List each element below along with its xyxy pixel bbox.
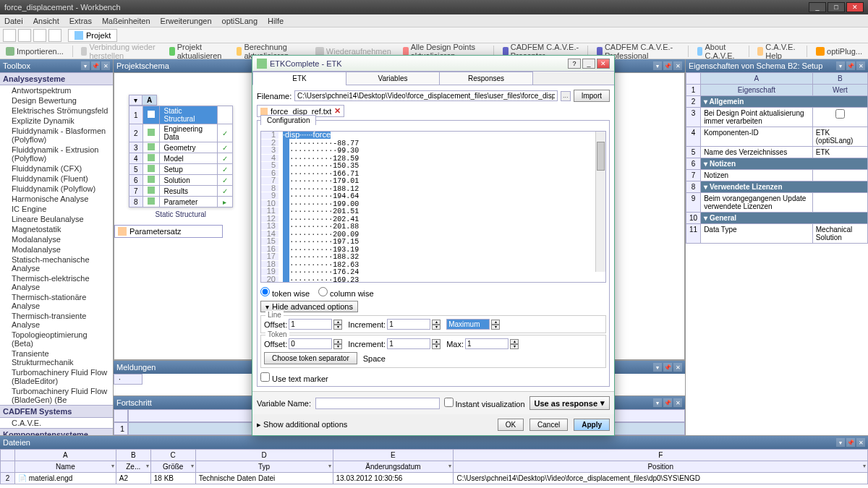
schema-row[interactable]: 3Geometry✓ [129, 142, 233, 153]
toolbox-item[interactable]: Modalanalyse [0, 234, 113, 244]
menu-datei[interactable]: Datei [4, 17, 23, 25]
apply-button[interactable]: Apply [574, 419, 610, 431]
use-as-response-dropdown[interactable]: Use as response ▾ [529, 396, 610, 410]
schema-row[interactable]: 6Solution✓ [129, 175, 233, 186]
schema-row[interactable]: 8Parameter▸ [129, 197, 233, 207]
parameterset-node[interactable]: Parametersatz [114, 225, 223, 238]
pin2-icon[interactable]: 📌 [91, 61, 100, 70]
schema-node-static-structural[interactable]: ▾A 1Static Structural2Engineering Data✓3… [129, 95, 233, 218]
about-cave-button[interactable]: About C.A.V.E. [694, 43, 743, 60]
tab-responses[interactable]: Responses [439, 72, 533, 85]
schema-row[interactable]: 2Engineering Data✓ [129, 124, 233, 142]
schema-row[interactable]: 7Results✓ [129, 186, 233, 197]
schema-row[interactable]: 4Model✓ [129, 153, 233, 164]
menu-hilfe[interactable]: Hilfe [268, 17, 284, 25]
toolbox-item[interactable]: Thermisch-elektrische Analyse [0, 273, 113, 292]
toolbox-item[interactable]: Turbomachinery Fluid Flow (BladeGen) (Be [0, 386, 113, 405]
token-offset-input[interactable] [289, 338, 332, 349]
close-pane-icon[interactable]: ✕ [101, 61, 110, 70]
token-increment-input[interactable] [387, 338, 430, 349]
show-additional-button[interactable]: ▸ Show additional options [257, 420, 347, 429]
dialog-help-button[interactable]: ? [568, 59, 581, 69]
instant-viz-checkbox[interactable]: Instant visualization [444, 398, 525, 408]
menu-ansicht[interactable]: Ansicht [33, 17, 59, 25]
browse-button[interactable]: … [561, 91, 571, 101]
toolbox-item[interactable]: IC Engine [0, 204, 113, 214]
text-editor[interactable]: 1 ·disp······force 2 ··········-88.77 3 … [260, 131, 606, 283]
dialog-title-bar[interactable]: ETKComplete - ETK ? _ ✕ [252, 56, 614, 72]
toolbox-item[interactable]: Modalanalyse [0, 244, 113, 254]
toolbox-item[interactable]: Fluiddynamik (Polyflow) [0, 184, 113, 194]
choose-separator-button[interactable]: Choose token separator [264, 352, 357, 364]
spinner-down-icon[interactable]: ▾ [333, 325, 342, 330]
schema-row[interactable]: 5Setup✓ [129, 164, 233, 175]
dialog-minimize-button[interactable]: _ [582, 59, 595, 69]
projekt-button[interactable]: Projekt [68, 29, 117, 42]
menu-masseinheiten[interactable]: Maßeinheiten [102, 17, 150, 25]
pin-icon[interactable]: ▾ [653, 61, 662, 70]
meldungen-tab[interactable]: · [114, 374, 142, 385]
projekt-aktualisieren-button[interactable]: Projekt aktualisieren [166, 43, 228, 60]
toolbox-item[interactable]: Fluiddynamik - Blasformen (Polyflow) [0, 126, 113, 145]
variable-name-input[interactable] [315, 398, 440, 409]
menu-erweiterungen[interactable]: Erweiterungen [161, 17, 212, 25]
toolbox-item[interactable]: Topologieoptimierung (Beta) [0, 330, 113, 348]
maximize-button[interactable]: □ [827, 2, 845, 12]
optiplug-button[interactable]: optiPlug... [813, 47, 865, 56]
toolbox-item[interactable]: Explizite Dynamik [0, 116, 113, 126]
schema-row[interactable]: 1Static Structural [129, 106, 233, 124]
toolbox-group[interactable]: CADFEM Systems [0, 405, 113, 418]
toolbox-item[interactable]: Transiente Strukturmechanik [0, 348, 113, 367]
toolbox-item[interactable]: Thermisch-transiente Analyse [0, 311, 113, 330]
toolbox-item[interactable]: Lineare Beulanalyse [0, 214, 113, 224]
toolbox-item[interactable]: C.A.V.E. [0, 418, 113, 428]
tab-etk[interactable]: ETK [252, 72, 346, 85]
prop-checkbox[interactable] [835, 109, 845, 119]
toolbox-item[interactable]: Thermisch-stationäre Analyse [0, 292, 113, 311]
line-max-input[interactable] [446, 319, 490, 330]
toolbox-item[interactable]: Fluiddynamik (Fluent) [0, 174, 113, 184]
importieren-button[interactable]: Importieren... [3, 47, 67, 56]
close-button[interactable]: ✕ [846, 2, 864, 12]
editor-scrollbar[interactable] [595, 132, 605, 272]
column-wise-radio[interactable]: column wise [318, 287, 374, 298]
toolbox-item[interactable]: Fluiddynamik (CFX) [0, 163, 113, 174]
new-icon[interactable] [3, 29, 16, 42]
use-text-marker-checkbox[interactable]: Use text marker [260, 374, 328, 383]
close-file-icon[interactable]: ✕ [334, 106, 341, 116]
config-tab[interactable]: Configuration [260, 115, 316, 125]
filename-input[interactable] [294, 90, 558, 101]
token-wise-radio[interactable]: token wise [260, 287, 310, 298]
line-offset-input[interactable] [289, 319, 332, 330]
toolbox-item[interactable]: Elektrisches Strömungsfeld [0, 106, 113, 116]
saveas-icon[interactable] [48, 29, 61, 42]
line-increment-input[interactable] [387, 319, 430, 330]
menu-optislang[interactable]: optiSLang [222, 17, 258, 25]
toolbox-group[interactable]: Komponentensysteme [0, 428, 113, 435]
toolbox-item[interactable]: Design Bewertung [0, 95, 113, 106]
close-pane-icon[interactable]: ✕ [673, 61, 682, 70]
cancel-button[interactable]: Cancel [529, 419, 568, 431]
toolbox-item[interactable]: Harmonische Analyse [0, 194, 113, 204]
spinner-up-icon[interactable]: ▴ [333, 320, 342, 325]
wiederaufnehmen-button[interactable]: Wiederaufnehmen [312, 47, 394, 56]
toolbox-item[interactable]: Magnetostatik [0, 224, 113, 234]
open-icon[interactable] [18, 29, 31, 42]
token-max-input[interactable] [465, 338, 509, 349]
pin2-icon[interactable]: 📌 [663, 61, 672, 70]
ok-button[interactable]: OK [498, 419, 524, 431]
pin-icon[interactable]: ▾ [81, 61, 90, 70]
file-row[interactable]: 2📄 material.engdA218 KBTechnische Daten … [1, 473, 868, 484]
toolbox-group[interactable]: Analysesysteme [0, 72, 113, 85]
verbindung-button[interactable]: Verbindung wieder herstellen [78, 43, 160, 60]
toolbox-item[interactable]: Fluiddynamik - Extrusion (Polyflow) [0, 145, 113, 163]
toolbox-item[interactable]: Turbomachinery Fluid Flow (BladeEditor) [0, 367, 113, 386]
scroll-thumb[interactable] [597, 142, 605, 171]
toolbox-item[interactable]: Statisch-mechanische Analyse [0, 254, 113, 273]
cave-help-button[interactable]: C.A.V.E. Help [754, 43, 801, 60]
toolbox-item[interactable]: Antwortspektrum [0, 85, 113, 95]
minimize-button[interactable]: _ [809, 2, 826, 12]
import-button[interactable]: Import [574, 90, 610, 102]
menu-extras[interactable]: Extras [69, 17, 92, 25]
save-icon[interactable] [33, 29, 46, 42]
